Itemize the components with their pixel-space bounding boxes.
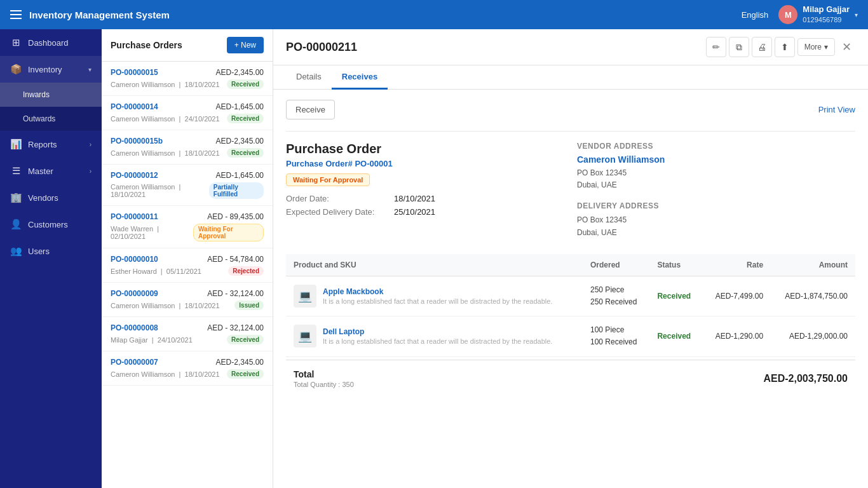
po-list-item[interactable]: PO-00000015b AED-2,345.00 Cameron Willia… [102, 130, 273, 165]
po-info-grid: Purchase Order Purchase Order# PO-00001 … [286, 142, 855, 239]
sidebar-label-users: Users [28, 247, 92, 256]
share-button[interactable]: ⬆ [775, 37, 795, 57]
po-dates: Order Date: 18/10/2021 Expected Delivery… [286, 194, 564, 217]
close-button[interactable]: ✕ [837, 38, 855, 56]
col-ordered: Ordered [583, 254, 649, 276]
po-item-person: Cameron Williamson | 18/10/2021 [111, 183, 209, 198]
edit-button[interactable]: ✏ [706, 37, 726, 57]
status-cell: Received [649, 316, 702, 356]
app-header: Inventory Management System English M Mi… [0, 0, 868, 29]
po-item-person: Esther Howard | 05/11/2021 [111, 268, 201, 275]
po-item-person: Milap Gajjar | 24/10/2021 [111, 336, 193, 344]
sidebar-item-reports[interactable]: 📊 Reports › [0, 131, 102, 158]
sidebar-label-vendors: Vendors [28, 193, 92, 203]
vendor-section-title: Vendor Address [577, 142, 855, 151]
receives-content: Receive Print View Purchase Order Purcha… [273, 90, 868, 488]
header-left: Inventory Management System [10, 10, 170, 20]
section-divider [286, 131, 855, 132]
po-main-title: Purchase Order [286, 142, 564, 156]
rate-cell: AED-7,499.00 [702, 276, 771, 316]
po-detail-id: PO-00000211 [286, 41, 357, 54]
po-item-id: PO-00000015b [111, 137, 163, 146]
tab-details[interactable]: Details [286, 65, 332, 90]
delivery-address-line1: PO Box 12345 [577, 215, 627, 224]
receive-button[interactable]: Receive [286, 100, 335, 119]
po-list-title: Purchase Orders [111, 40, 182, 50]
amount-cell: AED-1,874,750.00 [771, 276, 855, 316]
customers-icon: 👤 [10, 219, 22, 230]
sidebar-label-inwards: Inwards [23, 90, 92, 99]
po-item-amount: AED - 89,435.00 [207, 212, 264, 221]
tab-receives[interactable]: Receives [332, 65, 388, 90]
sidebar-label-inventory: Inventory [28, 65, 82, 74]
po-item-amount: AED-1,645.00 [216, 102, 264, 111]
po-list-panel: Purchase Orders + New PO-00000015 AED-2,… [102, 29, 273, 488]
po-item-badge: Waiting For Approval [193, 224, 264, 241]
po-items-list: PO-00000015 AED-2,345.00 Cameron William… [102, 62, 273, 488]
po-item-id: PO-00000014 [111, 102, 158, 111]
vendor-address: PO Box 12345 Dubai, UAE [577, 167, 855, 191]
po-item-amount: AED - 32,124.00 [207, 289, 264, 298]
po-item-id: PO-00000008 [111, 323, 158, 332]
po-item-person: Cameron Williamson | 24/10/2021 [111, 115, 220, 123]
chevron-right-icon: › [90, 168, 92, 175]
po-list-item[interactable]: PO-00000014 AED-1,645.00 Cameron William… [102, 96, 273, 130]
po-item-id: PO-00000010 [111, 255, 158, 264]
sidebar-item-master[interactable]: ☰ Master › [0, 158, 102, 184]
language-selector[interactable]: English [742, 10, 769, 20]
hamburger-menu[interactable] [10, 10, 22, 19]
sidebar-item-users[interactable]: 👥 Users [0, 238, 102, 264]
sidebar-item-inwards[interactable]: Inwards [0, 83, 102, 107]
po-list-item[interactable]: PO-00000011 AED - 89,435.00 Wade Warren … [102, 206, 273, 248]
copy-button[interactable]: ⧉ [729, 37, 749, 57]
order-date-label: Order Date: [286, 194, 394, 203]
col-rate: Rate [702, 254, 771, 276]
po-list-item[interactable]: PO-00000012 AED-1,645.00 Cameron William… [102, 165, 273, 206]
po-list-item[interactable]: PO-00000007 AED-2,345.00 Cameron William… [102, 351, 273, 386]
status-cell: Received [649, 276, 702, 316]
sidebar-item-customers[interactable]: 👤 Customers [0, 211, 102, 238]
po-item-id: PO-00000007 [111, 358, 158, 367]
po-item-amount: AED-1,645.00 [216, 171, 264, 180]
po-item-id: PO-00000009 [111, 289, 158, 298]
chevron-down-icon: ▾ [855, 11, 858, 18]
po-item-person: Cameron Williamson | 18/10/2021 [111, 149, 220, 157]
po-list-item[interactable]: PO-00000010 AED - 54,784.00 Esther Howar… [102, 248, 273, 283]
sidebar-item-inventory[interactable]: 📦 Inventory ▾ [0, 56, 102, 83]
order-date-row: Order Date: 18/10/2021 [286, 194, 564, 203]
table-row: 💻 Apple Mackbook It is a long establishe… [286, 276, 855, 316]
header-right: English M Milap Gajjar 0129456789 ▾ [742, 4, 858, 24]
expected-delivery-row: Expected Delivery Date: 25/10/2021 [286, 207, 564, 217]
new-po-button[interactable]: + New [227, 37, 264, 53]
sidebar-item-vendors[interactable]: 🏢 Vendors [0, 184, 102, 211]
total-label: Total [294, 369, 354, 379]
more-dropdown-button[interactable]: More ▾ [797, 38, 835, 56]
po-info-right: Vendor Address Cameron Williamson PO Box… [577, 142, 855, 239]
po-order-num-value: PO-00001 [355, 159, 392, 168]
product-desc: It is a long established fact that a rea… [323, 297, 552, 305]
print-view-link[interactable]: Print View [818, 105, 855, 114]
total-amount: AED-2,003,750.00 [763, 373, 848, 384]
print-button[interactable]: 🖨 [752, 37, 772, 57]
sidebar-label-customers: Customers [28, 220, 92, 229]
sidebar-item-outwards[interactable]: Outwards [0, 107, 102, 131]
po-list-item[interactable]: PO-00000009 AED - 32,124.00 Cameron Will… [102, 283, 273, 317]
po-item-badge: Received [227, 369, 264, 379]
po-list-item[interactable]: PO-00000008 AED - 32,124.00 Milap Gajjar… [102, 317, 273, 351]
po-item-person: Cameron Williamson | 18/10/2021 [111, 81, 220, 88]
user-menu[interactable]: M Milap Gajjar 0129456789 ▾ [778, 4, 858, 24]
po-list-item[interactable]: PO-00000015 AED-2,345.00 Cameron William… [102, 62, 273, 96]
master-icon: ☰ [10, 165, 22, 177]
po-item-id: PO-00000015 [111, 68, 158, 77]
table-row: 💻 Dell Laptop It is a long established f… [286, 316, 855, 356]
sidebar-item-dashboard[interactable]: ⊞ Dashboard [0, 29, 102, 56]
product-cell-col: 💻 Dell Laptop It is a long established f… [286, 316, 583, 356]
po-item-amount: AED-2,345.00 [216, 358, 264, 367]
po-item-badge: Received [227, 335, 264, 344]
po-item-amount: AED-2,345.00 [216, 137, 264, 146]
sidebar: ⊞ Dashboard 📦 Inventory ▾ Inwards Outwar… [0, 29, 102, 488]
delivery-address: PO Box 12345 Dubai, UAE [577, 214, 855, 238]
po-item-person: Cameron Williamson | 18/10/2021 [111, 302, 220, 309]
user-info: Milap Gajjar 0129456789 [803, 4, 850, 24]
po-item-person: Cameron Williamson | 18/10/2021 [111, 370, 220, 378]
